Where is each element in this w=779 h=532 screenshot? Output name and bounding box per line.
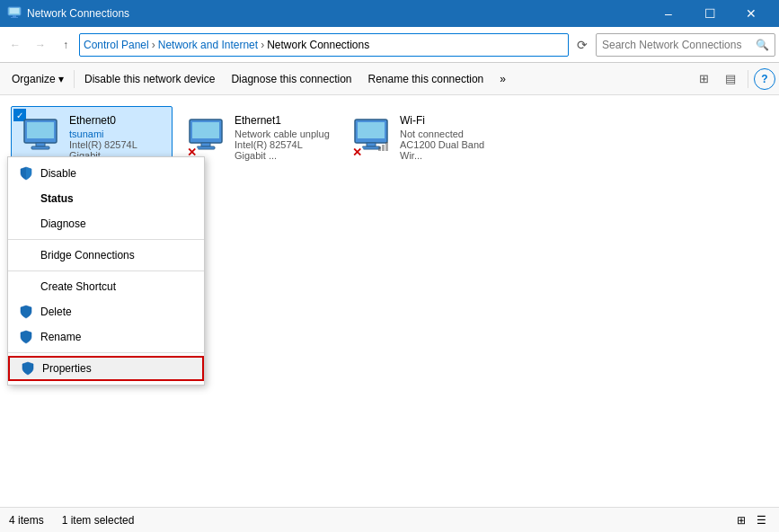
address-bar: ← → ↑ Control Panel › Network and Intern…: [0, 27, 779, 63]
breadcrumb-sep-1: ›: [152, 39, 155, 51]
close-button[interactable]: ✕: [730, 0, 772, 27]
status-view-grid-button[interactable]: ⊞: [732, 511, 750, 529]
ctx-properties-shield-icon: [21, 361, 35, 376]
wifi-name: Wi-Fi: [400, 114, 495, 127]
ctx-rename-shield-icon: [19, 330, 33, 344]
breadcrumb-network-internet[interactable]: Network and Internet: [158, 39, 258, 51]
ethernet1-adapter: Intel(R) 82574L Gigabit ...: [235, 139, 330, 161]
svg-rect-6: [36, 143, 45, 146]
svg-rect-9: [192, 122, 219, 138]
ctx-delete-shield-icon: [19, 305, 33, 319]
ctx-disable-label: Disable: [40, 167, 76, 180]
forward-button[interactable]: →: [29, 33, 52, 57]
breadcrumb-current: Network Connections: [267, 39, 369, 51]
breadcrumb: Control Panel › Network and Internet › N…: [79, 33, 569, 57]
ctx-sep-3: [8, 352, 204, 353]
ctx-disable[interactable]: Disable: [8, 161, 204, 186]
wifi-error-icon: ✕: [350, 145, 364, 159]
status-item-count: 4 items: [9, 514, 44, 527]
ctx-diagnose[interactable]: Diagnose: [8, 211, 204, 236]
svg-rect-17: [382, 145, 385, 151]
toolbar: Organize ▾ Disable this network device D…: [0, 63, 779, 95]
ctx-bridge[interactable]: Bridge Connections: [8, 243, 204, 268]
ctx-status-label: Status: [40, 192, 74, 205]
ctx-shortcut-icon: [19, 279, 33, 294]
title-text: Network Connections: [27, 7, 129, 20]
title-bar: Network Connections – ☐ ✕: [0, 0, 779, 27]
ethernet0-icon-wrap: [19, 116, 62, 159]
wifi-status: Not connected: [400, 129, 495, 139]
ctx-sep-1: [8, 239, 204, 240]
svg-rect-11: [197, 146, 215, 149]
ctx-status[interactable]: Status: [8, 186, 204, 211]
ethernet0-name: Ethernet0: [69, 114, 164, 127]
svg-rect-3: [11, 17, 18, 18]
rename-button[interactable]: Rename this connection: [360, 66, 492, 92]
search-input[interactable]: [602, 39, 756, 51]
title-bar-left: Network Connections: [7, 5, 129, 22]
svg-rect-10: [201, 143, 210, 146]
up-button[interactable]: ↑: [54, 33, 77, 57]
ctx-bridge-icon: [19, 248, 33, 262]
breadcrumb-control-panel[interactable]: Control Panel: [84, 39, 149, 51]
content-area: ✓ Ethernet0 tsunami Intel(R) 82574L Giga…: [0, 95, 779, 507]
ctx-shortcut-label: Create Shortcut: [40, 280, 116, 293]
wifi-info: Wi-Fi Not connected AC1200 Dual Band Wir…: [400, 114, 495, 161]
svg-rect-7: [31, 146, 49, 149]
svg-rect-2: [13, 15, 16, 17]
ethernet1-name: Ethernet1: [235, 114, 330, 127]
disable-button[interactable]: Disable this network device: [76, 66, 223, 92]
status-selected-count: 1 item selected: [62, 514, 135, 527]
context-menu: Disable Status Diagnose Bridge Connectio…: [7, 156, 205, 386]
view-toggle-button-2[interactable]: ▤: [719, 67, 742, 91]
title-controls: – ☐ ✕: [648, 0, 772, 27]
ctx-rename-label: Rename: [40, 331, 81, 343]
toolbar-separator-1: [74, 70, 75, 88]
svg-rect-13: [358, 122, 385, 138]
svg-rect-1: [10, 8, 19, 13]
ctx-disable-shield-icon: [19, 166, 33, 181]
diagnose-button[interactable]: Diagnose this connection: [223, 66, 359, 92]
svg-rect-14: [367, 143, 376, 146]
svg-rect-15: [362, 146, 380, 149]
ctx-shortcut[interactable]: Create Shortcut: [8, 274, 204, 299]
ctx-bridge-label: Bridge Connections: [40, 249, 135, 262]
wifi-adapter: AC1200 Dual Band Wir...: [400, 139, 495, 161]
ethernet0-icon: [19, 116, 62, 159]
breadcrumb-sep-2: ›: [261, 39, 264, 51]
help-button[interactable]: ?: [754, 68, 775, 90]
network-item-wifi[interactable]: ✕ Wi-Fi Not connected AC1200 Dual Band W…: [341, 106, 503, 169]
ethernet0-status: tsunami: [69, 129, 164, 139]
more-button[interactable]: »: [491, 66, 514, 92]
ctx-diagnose-label: Diagnose: [40, 217, 86, 230]
wifi-icon-wrap: ✕: [350, 116, 393, 159]
status-view-list-button[interactable]: ☰: [752, 511, 770, 529]
toolbar-separator-2: [748, 70, 748, 88]
ethernet1-info: Ethernet1 Network cable unplug Intel(R) …: [235, 114, 330, 161]
ctx-sep-2: [8, 270, 204, 271]
ctx-rename[interactable]: Rename: [8, 324, 204, 350]
ctx-properties-label: Properties: [42, 362, 92, 375]
ctx-diagnose-icon: [19, 217, 33, 231]
items-area: ✓ Ethernet0 tsunami Intel(R) 82574L Giga…: [0, 95, 779, 507]
ethernet1-icon-wrap: ✕: [184, 116, 227, 159]
search-icon: 🔍: [756, 39, 769, 51]
status-bar: 4 items 1 item selected ⊞ ☰: [0, 507, 779, 532]
svg-rect-16: [378, 146, 381, 151]
toolbar-right: ⊞ ▤ ?: [692, 67, 775, 91]
organize-button[interactable]: Organize ▾: [4, 66, 72, 92]
ethernet0-info: Ethernet0 tsunami Intel(R) 82574L Gigabi…: [69, 114, 164, 161]
ctx-delete-label: Delete: [40, 306, 72, 318]
ctx-delete[interactable]: Delete: [8, 299, 204, 324]
ctx-properties[interactable]: Properties: [8, 356, 204, 381]
refresh-button[interactable]: ⟳: [571, 33, 594, 57]
title-bar-icon: [7, 5, 22, 22]
minimize-button[interactable]: –: [648, 0, 689, 27]
ethernet1-status: Network cable unplug: [235, 129, 330, 139]
ctx-status-icon: [19, 191, 33, 206]
view-toggle-button[interactable]: ⊞: [692, 67, 715, 91]
search-box: 🔍: [596, 33, 775, 57]
maximize-button[interactable]: ☐: [689, 0, 730, 27]
svg-rect-5: [27, 122, 54, 138]
back-button[interactable]: ←: [4, 33, 27, 57]
